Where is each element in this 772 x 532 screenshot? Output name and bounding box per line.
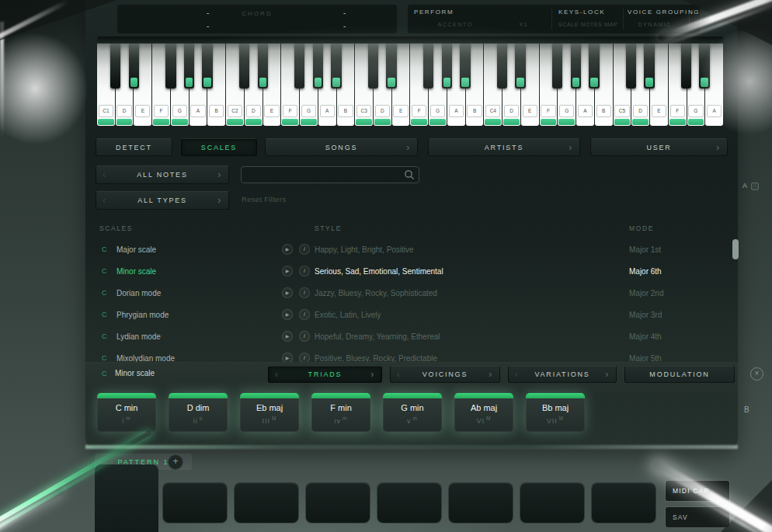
chord-name: G min: [383, 403, 442, 412]
chord-quality: m: [413, 416, 418, 421]
chord-active-bar: [383, 393, 442, 398]
chord-numeral: IIIM: [240, 416, 299, 425]
chord-active-bar: [97, 393, 156, 398]
chord-name: Eb maj: [240, 403, 299, 412]
section-a-marker: A: [742, 182, 747, 190]
chord-numeral: vm: [383, 416, 442, 425]
main-panel: - - - - CHORD PERFORM KEYS-LOCK VOICE GR…: [85, 0, 738, 448]
section-a-checkbox[interactable]: [751, 183, 759, 190]
chord-numeral: ivm: [311, 416, 370, 425]
pattern-pad[interactable]: [377, 483, 441, 523]
chord-numeral: VIIM: [526, 416, 585, 425]
section-b-marker: B: [744, 405, 749, 414]
pattern-pad[interactable]: [592, 483, 656, 523]
chord-name: Ab maj: [454, 403, 513, 412]
plugin-window: - - - - CHORD PERFORM KEYS-LOCK VOICE GR…: [0, 0, 772, 532]
chord-card[interactable]: Ab majVIM: [454, 393, 513, 432]
glare-streak: [0, 486, 65, 532]
chord-name: D dim: [169, 403, 228, 412]
chord-numeral: VIM: [454, 416, 513, 425]
scrollbar-thumb[interactable]: [732, 239, 739, 259]
chord-quality: M: [486, 416, 491, 421]
pattern-pad[interactable]: [235, 483, 298, 523]
chord-quality: m: [126, 416, 130, 421]
chord-name: F min: [311, 403, 370, 412]
glare-streak: [0, 0, 69, 43]
chord-active-bar: [526, 393, 585, 398]
panel-edge-glow: [85, 445, 738, 449]
pattern-block: [95, 464, 158, 532]
pattern-pad[interactable]: [520, 483, 584, 523]
chord-cards: C minimD dimiioEb majIIIMF minivmG minvm…: [85, 0, 738, 448]
chord-numeral: im: [97, 416, 156, 425]
chord-numeral: iio: [169, 416, 228, 425]
chord-quality: M: [272, 416, 276, 421]
chord-card[interactable]: D dimiio: [169, 393, 228, 432]
pattern-pad[interactable]: [163, 483, 227, 523]
pattern-pad[interactable]: [449, 483, 513, 523]
chord-card[interactable]: C minim: [97, 393, 156, 432]
midi-capture-button[interactable]: MIDI CAP: [665, 480, 730, 502]
chord-card[interactable]: Eb majIIIM: [240, 393, 299, 432]
chord-name: C min: [97, 403, 156, 412]
chord-quality: m: [343, 416, 347, 421]
chord-active-bar: [311, 393, 370, 398]
chord-active-bar: [454, 393, 513, 398]
pattern-pad[interactable]: [306, 483, 370, 523]
chord-active-bar: [169, 393, 228, 398]
glare-edge: [0, 22, 4, 138]
close-icon[interactable]: ×: [750, 367, 763, 381]
chord-card[interactable]: Bb majVIIM: [526, 393, 585, 432]
chord-active-bar: [240, 393, 299, 398]
save-button[interactable]: SAV: [665, 506, 730, 528]
chord-card[interactable]: G minvm: [383, 393, 442, 432]
chord-quality: M: [559, 416, 564, 421]
add-pattern-button[interactable]: +: [168, 454, 183, 470]
chord-quality: o: [200, 416, 203, 421]
chord-name: Bb maj: [526, 403, 585, 412]
chord-card[interactable]: F minivm: [311, 393, 370, 432]
